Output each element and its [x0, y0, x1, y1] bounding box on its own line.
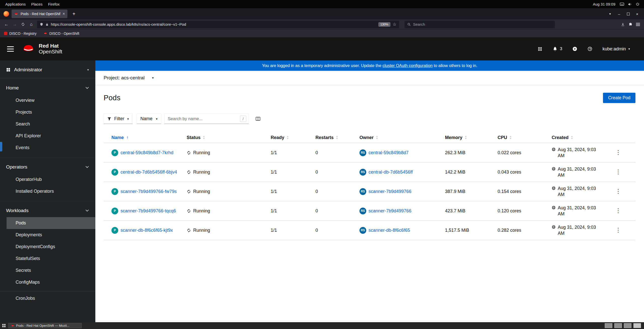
- taskbar-window-button[interactable]: Pods - Red Hat OpenShift — Mozil...: [8, 323, 82, 328]
- filter-icon: [107, 117, 111, 121]
- col-header-ready[interactable]: Ready: [271, 133, 315, 143]
- bookmark-disco-openshift[interactable]: DISCO - OpenShift: [44, 31, 79, 36]
- places-menu[interactable]: Places: [28, 2, 45, 7]
- quick-create-icon[interactable]: [572, 46, 577, 51]
- owner-link[interactable]: scanner-db-8f6c6f65: [369, 228, 410, 233]
- nav-toggle-icon[interactable]: [7, 46, 14, 52]
- name-search-field[interactable]: /: [164, 114, 249, 124]
- minimize-button[interactable]: –: [615, 10, 623, 17]
- lock-icon[interactable]: [46, 23, 49, 26]
- owner-link[interactable]: central-59c849b8d7: [369, 150, 409, 155]
- zoom-level-badge[interactable]: 130%: [378, 22, 390, 27]
- kebab-menu-icon[interactable]: ⋮: [613, 188, 623, 194]
- extensions-icon[interactable]: [628, 22, 632, 26]
- sidebar-group-operators[interactable]: Operators: [0, 160, 95, 174]
- kebab-menu-icon[interactable]: ⋮: [613, 227, 623, 233]
- sidebar-item-operatorhub[interactable]: OperatorHub: [0, 174, 95, 185]
- sidebar-item-installed-operators[interactable]: Installed Operators: [0, 185, 95, 197]
- browser-search-input[interactable]: [413, 22, 552, 26]
- app-launcher-icon[interactable]: [537, 46, 543, 52]
- brand-logo[interactable]: Red Hat OpenShift: [21, 43, 62, 54]
- bookmark-disco-registry[interactable]: DISCO - Registry: [4, 31, 36, 36]
- pod-link[interactable]: scanner-db-8f6c6f65-kjt9x: [120, 228, 173, 233]
- kebab-menu-icon[interactable]: ⋮: [613, 208, 623, 214]
- col-header-restarts[interactable]: Restarts: [315, 133, 359, 143]
- col-header-owner[interactable]: Owner: [359, 133, 445, 143]
- shield-icon[interactable]: [40, 22, 43, 26]
- user-menu[interactable]: kube:admin ▾: [602, 46, 630, 52]
- home-button[interactable]: ⌂: [27, 21, 35, 28]
- project-selector[interactable]: Project: acs-central ▾: [95, 71, 644, 85]
- kebab-menu-icon[interactable]: ⋮: [613, 150, 623, 155]
- table-header-row: Name↑ Status Ready Restarts Owner Memory…: [104, 133, 635, 143]
- sidebar-group-home[interactable]: Home: [0, 81, 95, 94]
- reload-button[interactable]: [19, 21, 27, 28]
- maximize-button[interactable]: [624, 10, 632, 17]
- create-pod-button[interactable]: Create Pod: [603, 93, 635, 103]
- sidebar-item-search[interactable]: Search: [0, 118, 95, 130]
- sidebar-group-workloads[interactable]: Workloads: [0, 204, 95, 217]
- help-icon[interactable]: [587, 46, 592, 51]
- col-header-cpu[interactable]: CPU: [498, 133, 552, 143]
- menu-icon[interactable]: [636, 23, 640, 26]
- tab-close-icon[interactable]: ×: [63, 12, 65, 16]
- url-input[interactable]: [51, 22, 376, 26]
- owner-link[interactable]: scanner-7b9d499766: [369, 189, 411, 194]
- browser-search-bar[interactable]: [405, 21, 555, 28]
- sidebar-item-secrets[interactable]: Secrets: [0, 265, 95, 276]
- pod-link[interactable]: scanner-7b9d499766-tqcq6: [120, 208, 176, 214]
- col-header-name[interactable]: Name↑: [104, 133, 187, 143]
- name-search-input[interactable]: [168, 116, 238, 121]
- browser-tab[interactable]: Pods - Red Hat OpenShift ×: [12, 10, 67, 18]
- sidebar-item-overview[interactable]: Overview: [0, 94, 95, 106]
- pod-link[interactable]: central-db-7d6b5456ff-6bjv4: [120, 170, 177, 175]
- clock[interactable]: Aug 31 09:09: [593, 2, 615, 6]
- firefox-icon[interactable]: [4, 11, 9, 17]
- col-header-created[interactable]: Created: [552, 133, 603, 143]
- keyboard-icon[interactable]: [620, 3, 624, 6]
- sidebar-item-deployments[interactable]: Deployments: [0, 229, 95, 241]
- forward-button[interactable]: →: [11, 21, 19, 28]
- owner-link[interactable]: scanner-7b9d499766: [369, 208, 411, 214]
- firefox-menu[interactable]: Firefox: [45, 2, 62, 7]
- back-button[interactable]: ←: [3, 21, 10, 28]
- window-list-icon[interactable]: [2, 324, 6, 327]
- sidebar-item-cronjobs[interactable]: CronJobs: [0, 291, 95, 304]
- sidebar-item-projects[interactable]: Projects: [0, 106, 95, 118]
- sidebar-scroll-indicator[interactable]: [0, 142, 2, 151]
- workspace-4[interactable]: [633, 323, 641, 328]
- kebab-menu-icon[interactable]: ⋮: [613, 169, 623, 175]
- applications-menu[interactable]: Applications: [3, 2, 28, 7]
- sidebar-item-deploymentconfigs[interactable]: DeploymentConfigs: [0, 241, 95, 253]
- col-header-status[interactable]: Status: [187, 133, 271, 143]
- sidebar-item-pods[interactable]: Pods: [7, 217, 95, 229]
- filter-dropdown[interactable]: Filter ▾: [104, 114, 133, 124]
- column-management-icon[interactable]: [255, 116, 261, 121]
- notification-bell[interactable]: 3: [553, 46, 562, 51]
- url-bar[interactable]: 130% ☆: [37, 21, 399, 28]
- close-button[interactable]: ×: [633, 10, 641, 17]
- sidebar-item-configmaps[interactable]: ConfigMaps: [0, 276, 95, 288]
- pod-created: Aug 31, 2024, 9:03 AM: [558, 185, 598, 198]
- volume-icon[interactable]: [628, 2, 632, 6]
- sidebar-item-statefulsets[interactable]: StatefulSets: [0, 253, 95, 265]
- pod-link[interactable]: central-59c849b8d7-7krhd: [120, 150, 173, 155]
- sidebar-item-api-explorer[interactable]: API Explorer: [0, 130, 95, 142]
- downloads-icon[interactable]: [621, 22, 625, 26]
- col-header-memory[interactable]: Memory: [445, 133, 498, 143]
- list-tabs-icon[interactable]: ▾: [606, 10, 614, 17]
- workspace-1[interactable]: [605, 323, 612, 328]
- filter-attribute-dropdown[interactable]: Name ▾: [137, 114, 161, 124]
- owner-link[interactable]: central-db-7d6b5456ff: [369, 170, 413, 175]
- sidebar-item-events[interactable]: Events: [0, 142, 95, 154]
- workspace-3[interactable]: [624, 323, 631, 328]
- oauth-config-link[interactable]: cluster OAuth configuration: [383, 63, 433, 68]
- bookmark-star-icon[interactable]: ☆: [393, 22, 396, 27]
- pod-link[interactable]: scanner-7b9d499766-fw79s: [120, 189, 177, 194]
- new-tab-button[interactable]: +: [70, 11, 78, 17]
- chevron-down-icon: ▾: [628, 47, 630, 50]
- workspace-2[interactable]: [614, 323, 622, 328]
- power-icon[interactable]: [636, 2, 639, 6]
- pod-ready: 1/1: [271, 201, 315, 221]
- perspective-switcher[interactable]: Administrator ▾: [0, 60, 95, 78]
